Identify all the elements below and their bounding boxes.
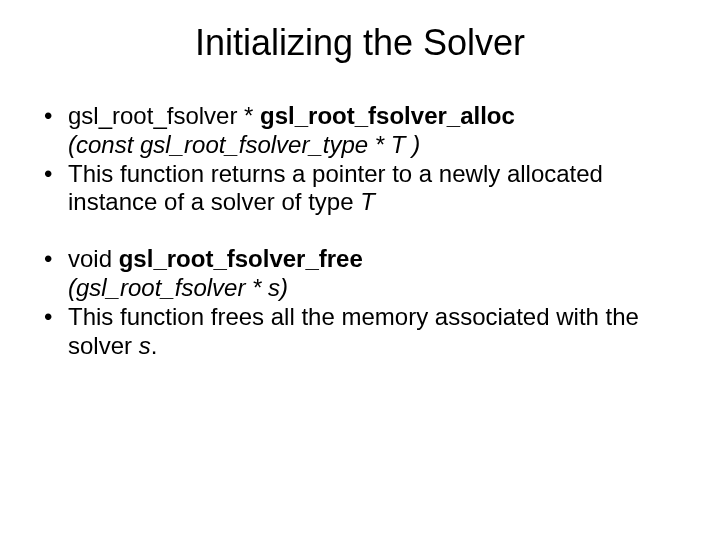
bullet-text: This function returns a pointer to a new… <box>68 160 682 218</box>
bullet-dot: • <box>38 245 68 303</box>
bullet-2: • This function returns a pointer to a n… <box>38 160 682 218</box>
return-type: gsl_root_fsolver * <box>68 102 260 129</box>
param-name: T <box>360 188 375 215</box>
slide-title: Initializing the Solver <box>38 22 682 64</box>
bullet-4: • This function frees all the memory ass… <box>38 303 682 361</box>
description-text: This function returns a pointer to a new… <box>68 160 603 216</box>
bullet-3: • void gsl_root_fsolver_free (gsl_root_f… <box>38 245 682 303</box>
bullet-text: This function frees all the memory assoc… <box>68 303 682 361</box>
description-tail: . <box>151 332 158 359</box>
function-signature: (const gsl_root_fsolver_type * T ) <box>68 131 420 158</box>
param-name: s <box>139 332 151 359</box>
bullet-text: gsl_root_fsolver * gsl_root_fsolver_allo… <box>68 102 682 160</box>
bullet-dot: • <box>38 160 68 218</box>
slide-body: • gsl_root_fsolver * gsl_root_fsolver_al… <box>38 102 682 360</box>
function-name: gsl_root_fsolver_free <box>119 245 363 272</box>
function-signature: (gsl_root_fsolver * s) <box>68 274 288 301</box>
bullet-1: • gsl_root_fsolver * gsl_root_fsolver_al… <box>38 102 682 160</box>
bullet-text: void gsl_root_fsolver_free (gsl_root_fso… <box>68 245 682 303</box>
return-type: void <box>68 245 119 272</box>
function-name: gsl_root_fsolver_alloc <box>260 102 515 129</box>
spacer <box>38 217 682 245</box>
bullet-dot: • <box>38 303 68 361</box>
bullet-dot: • <box>38 102 68 160</box>
